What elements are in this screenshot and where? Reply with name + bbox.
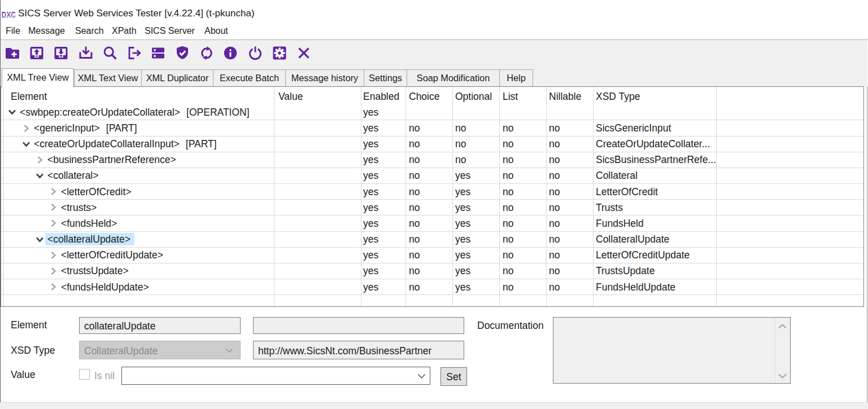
svg-text:DXC: DXC (2, 11, 16, 18)
